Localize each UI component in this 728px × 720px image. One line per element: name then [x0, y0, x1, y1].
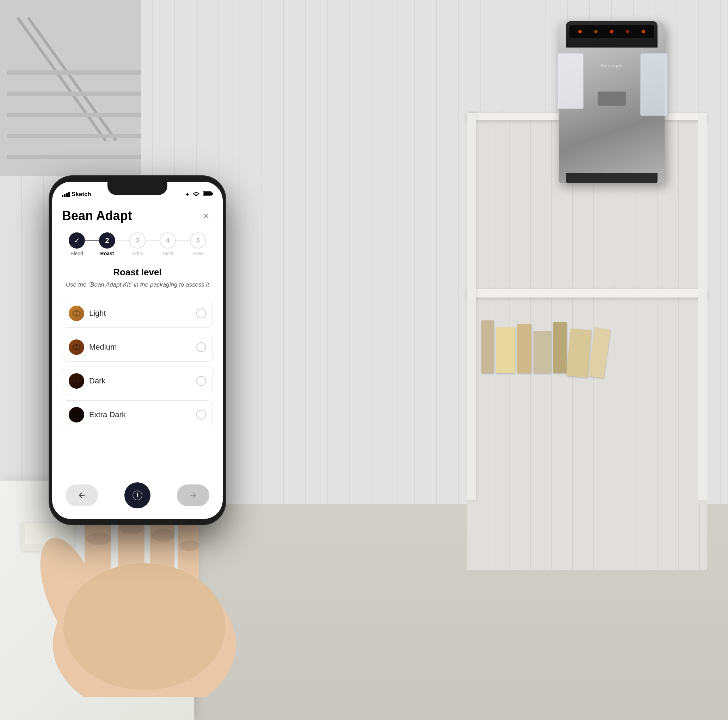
app-header: Bean Adapt × [62, 208, 213, 223]
coffee-machine: De'Longhi [559, 21, 665, 183]
step-connector-4 [176, 241, 190, 241]
svg-rect-6 [7, 134, 141, 138]
roast-option-light[interactable]: Light [62, 299, 213, 328]
step-number-taste: 4 [166, 237, 170, 244]
step-label-blend: Blend [70, 251, 83, 256]
shelf-side-left [467, 113, 476, 500]
step-blend: ✓ Blend [69, 232, 85, 256]
roast-option-left-light: Light [69, 306, 106, 321]
shelf-board-mid [467, 289, 707, 297]
status-left: Sketch [62, 191, 91, 198]
bottom-nav: i [52, 482, 223, 508]
battery-icon [203, 191, 213, 198]
svg-rect-3 [7, 70, 141, 75]
roast-name-extra-dark: Extra Dark [89, 410, 126, 419]
back-button[interactable] [66, 485, 98, 506]
radio-dark[interactable] [196, 376, 206, 386]
radio-light[interactable] [196, 308, 206, 318]
radio-medium[interactable] [196, 342, 206, 352]
roast-option-left-medium: Medium [69, 339, 117, 355]
step-connector-2 [115, 241, 129, 241]
next-arrow-icon [189, 491, 197, 500]
section-title-container: Roast level [62, 267, 213, 278]
svg-point-17 [151, 529, 175, 542]
signal-bar-4 [68, 192, 70, 197]
step-grind: 3 Grind [129, 232, 145, 256]
roast-option-left-dark: Dark [69, 373, 106, 389]
step-number-roast: 2 [105, 236, 109, 245]
back-arrow-icon [78, 491, 86, 500]
svg-rect-5 [7, 113, 141, 117]
radio-extra-dark[interactable] [196, 410, 206, 419]
shelf-side-right [698, 113, 707, 500]
roast-icon-light [69, 306, 84, 321]
roast-name-light: Light [89, 309, 106, 318]
close-button[interactable]: × [199, 209, 213, 223]
step-circle-grind: 3 [129, 232, 145, 249]
step-number-brew: 5 [196, 237, 200, 244]
info-icon: i [133, 490, 142, 500]
signal-bars [62, 192, 70, 197]
background-scene: De'Longhi [0, 0, 728, 720]
step-taste: 4 Taste [160, 232, 176, 256]
roast-icon-medium [69, 339, 84, 355]
svg-point-18 [180, 540, 199, 551]
svg-rect-20 [204, 192, 211, 195]
book [496, 328, 515, 373]
roast-name-medium: Medium [89, 343, 117, 352]
step-check-icon: ✓ [74, 236, 80, 245]
steps-container: ✓ Blend 2 Roast [62, 232, 213, 256]
step-label-grind: Grind [132, 251, 144, 256]
book [553, 322, 567, 373]
status-right: ✦ [185, 191, 213, 198]
section-subtitle: Use the "Bean Adapt Kit" in the packagin… [66, 281, 209, 288]
book [517, 324, 531, 373]
app-content: Bean Adapt × ✓ Blend [52, 201, 223, 519]
step-connector-1 [85, 241, 99, 241]
svg-rect-0 [0, 0, 141, 176]
step-circle-brew: 5 [190, 232, 206, 249]
book [566, 328, 592, 378]
signal-bar-3 [66, 193, 68, 197]
svg-point-36 [137, 493, 138, 494]
staircase [0, 0, 141, 176]
books-area [481, 303, 608, 373]
step-label-roast: Roast [101, 251, 114, 256]
book [588, 327, 611, 378]
svg-point-14 [63, 563, 225, 690]
roast-option-extra-dark[interactable]: Extra Dark [62, 400, 213, 429]
roast-option-dark[interactable]: Dark [62, 366, 213, 395]
svg-rect-4 [7, 92, 141, 96]
roast-name-dark: Dark [89, 376, 106, 386]
step-connector-3 [145, 241, 160, 241]
bluetooth-icon: ✦ [185, 191, 190, 198]
signal-bar-2 [64, 194, 66, 197]
roast-icon-dark [69, 373, 84, 389]
svg-rect-21 [211, 192, 213, 195]
svg-rect-7 [7, 155, 141, 159]
hand-phone-container: Sketch ✦ [28, 176, 261, 697]
step-circle-blend: ✓ [69, 232, 85, 249]
step-circle-taste: 4 [160, 232, 176, 249]
step-circle-roast: 2 [99, 232, 115, 249]
step-number-grind: 3 [136, 237, 139, 244]
section-subtitle-container: Use the "Bean Adapt Kit" in the packagin… [62, 281, 213, 289]
phone-frame: Sketch ✦ [49, 176, 225, 525]
app-title: Bean Adapt [62, 208, 132, 223]
section-title: Roast level [113, 267, 161, 278]
step-label-taste: Taste [162, 251, 173, 256]
roast-option-medium[interactable]: Medium [62, 333, 213, 362]
book [534, 331, 551, 373]
step-label-brew: Brew [193, 251, 204, 256]
book [481, 320, 494, 373]
signal-bar-1 [62, 195, 63, 197]
step-roast: 2 Roast [99, 232, 115, 256]
step-brew: 5 Brew [190, 232, 206, 256]
next-button[interactable] [177, 485, 209, 506]
svg-point-15 [86, 532, 111, 545]
phone-screen: Sketch ✦ [52, 182, 223, 519]
roast-icon-extra-dark [69, 407, 84, 423]
info-button[interactable]: i [124, 482, 150, 508]
roast-option-left-extra-dark: Extra Dark [69, 407, 126, 423]
wifi-icon [193, 191, 200, 198]
